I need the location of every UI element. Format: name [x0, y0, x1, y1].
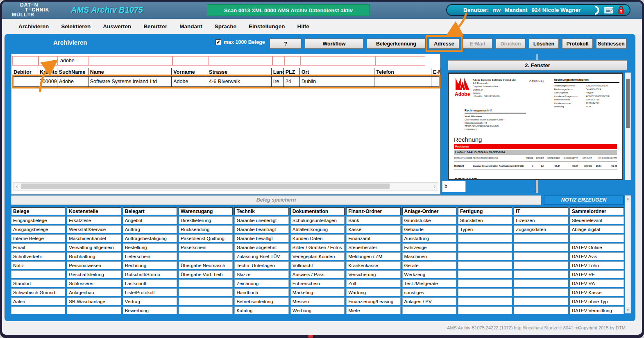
- search-filter-cell-1[interactable]: [39, 56, 58, 66]
- category-cell-ausstattung[interactable]: Ausstattung: [402, 234, 456, 242]
- category-cell-krankenkasse[interactable]: Krankenkasse: [346, 261, 400, 269]
- category-cell-garantie-bewilligt[interactable]: Garantie bewilligt: [234, 234, 288, 242]
- category-cell-abfallentsorgung[interactable]: Abfallentsorgung: [290, 225, 345, 233]
- category-cell-personalwesen[interactable]: Personalwesen: [67, 261, 121, 269]
- phone-icon[interactable]: [594, 6, 600, 15]
- category-cell-lastschrift[interactable]: Lastschrift: [123, 279, 177, 287]
- category-cell-steuerrelevant[interactable]: Steuerrelevant: [570, 216, 624, 224]
- column-header-plz[interactable]: PLZ: [284, 68, 300, 76]
- category-cell-lieferschein[interactable]: Lieferschein: [123, 252, 177, 260]
- category-cell-bewerbung[interactable]: Bewerbung: [123, 306, 177, 314]
- category-cell-maschinen[interactable]: Maschinen: [402, 252, 456, 260]
- category-cell-auftrag[interactable]: Auftrag: [123, 225, 177, 233]
- results-data-row[interactable]: 700009AdobeSoftware Systems Ireland LtdA…: [12, 77, 440, 87]
- menu-item-sprache[interactable]: Sprache: [215, 23, 236, 29]
- category-cell-datev-vermittlung[interactable]: DATEV Vermittlung: [570, 306, 624, 314]
- category-cell-gutschrift-storno[interactable]: Gutschrift/Storno: [123, 270, 177, 278]
- category-cell-garantie-abgelehnt[interactable]: Garantie abgelehnt: [234, 243, 288, 251]
- category-cell-bestellung[interactable]: Bestellung: [123, 243, 177, 251]
- category-cell-anlagen-pv[interactable]: Anlagen / PV: [402, 297, 456, 305]
- toolbar-button-belegerkennung[interactable]: Belegerkennung: [367, 39, 426, 49]
- toolbar-button-workflow[interactable]: Workflow: [305, 39, 363, 49]
- scroll-down-icon[interactable]: ∨: [625, 307, 630, 313]
- category-cell-notiz[interactable]: Notiz: [11, 261, 65, 269]
- category-cell-grundstücke[interactable]: Grundstücke: [402, 216, 456, 224]
- category-cell-skizze[interactable]: Skizze: [234, 270, 288, 278]
- search-filter-cell-3[interactable]: [89, 56, 172, 66]
- category-cell-sb-waschanlage[interactable]: SB-Waschanlage: [67, 297, 121, 305]
- category-cell-direktlieferung[interactable]: Direktlieferung: [179, 216, 233, 224]
- category-cell-schriftverkehr[interactable]: Schriftverkehr: [11, 252, 65, 260]
- toolbar-button-e-mail[interactable]: E-Mail: [463, 39, 492, 49]
- category-cell-kunden-daten[interactable]: Kunden Daten: [290, 234, 345, 242]
- notiz-erzeugen-button[interactable]: NOTIZ ERZEUGEN: [544, 195, 624, 205]
- menu-item-mandant[interactable]: Mandant: [179, 23, 202, 29]
- category-cell-wartung[interactable]: Wartung: [346, 288, 400, 296]
- category-cell-test-mietgeräte[interactable]: Test-/Mietgeräte: [402, 279, 456, 287]
- menu-item-auswerten[interactable]: Auswerten: [103, 23, 131, 29]
- category-cell-standort[interactable]: Standort: [11, 279, 65, 287]
- category-cell-miete[interactable]: Miete: [346, 306, 400, 314]
- beleg-speichern-button[interactable]: Beleg speichern: [11, 195, 541, 205]
- category-cell-datev-ohne-typ[interactable]: DATEV ohne Typ: [570, 297, 624, 305]
- category-cell-email[interactable]: Email: [11, 243, 65, 251]
- column-header-debitor[interactable]: Debitor: [12, 68, 38, 76]
- invoice-scrollbar[interactable]: [625, 73, 631, 180]
- category-cell-sonstiges[interactable]: sonstiges: [402, 288, 456, 296]
- note-edit-icon[interactable]: [604, 7, 613, 14]
- menu-item-selektieren[interactable]: Selektieren: [61, 23, 91, 29]
- category-cell-interne-belege[interactable]: Interne Belege: [11, 234, 65, 242]
- category-cell-werbung[interactable]: Werbung: [290, 306, 345, 314]
- category-cell-buchhaltung[interactable]: Buchhaltung: [67, 252, 121, 260]
- toolbar-button-?[interactable]: ?: [270, 39, 302, 49]
- search-filter-cell-4[interactable]: [172, 56, 208, 66]
- category-cell-werkstatt-service[interactable]: Werkstatt/Service: [67, 225, 121, 233]
- scrollbar-thumb[interactable]: [21, 184, 390, 189]
- column-header-ort[interactable]: Ort: [300, 68, 375, 76]
- second-window-button[interactable]: 2. Fenster: [448, 60, 627, 70]
- category-cell-versicherung[interactable]: Versicherung: [346, 270, 400, 278]
- search-filter-cell-5[interactable]: [208, 56, 272, 66]
- category-cell-katalog[interactable]: Katalog: [234, 306, 288, 314]
- search-filter-cell-8[interactable]: [301, 56, 376, 66]
- toolbar-button-schliessen[interactable]: Schliessen: [596, 39, 626, 49]
- category-cell-bank[interactable]: Bank: [346, 216, 400, 224]
- category-cell-ablage-digital[interactable]: Ablage digital: [570, 225, 624, 233]
- splitter-top[interactable]: [536, 54, 538, 60]
- category-cell-ausgangsbelege[interactable]: Ausgangsbelege: [11, 225, 65, 233]
- category-cell-eingangsbelege[interactable]: Eingangsbelege: [11, 216, 65, 224]
- category-cell-schwäbisch-gmünd[interactable]: Schwäbisch Gmünd: [11, 288, 65, 296]
- category-cell-verwaltung-allgemein[interactable]: Verwaltung allgemein: [67, 243, 121, 251]
- category-scrollbar[interactable]: ∧ ∨: [625, 195, 631, 313]
- category-cell-vertrag[interactable]: Vertrag: [123, 297, 177, 305]
- category-cell-bilder-grafiken-fotos[interactable]: Bilder / Grafiken / Fotos: [290, 243, 345, 251]
- column-header-kreditor[interactable]: Kreditor: [38, 68, 57, 76]
- category-cell-stücklisten[interactable]: Stücklisten: [458, 216, 512, 224]
- category-cell-auftragsbestätigung[interactable]: Auftragsbestätigung: [123, 234, 177, 242]
- category-cell-kasse[interactable]: Kasse: [346, 225, 400, 233]
- search-filter-cell-7[interactable]: [285, 56, 301, 66]
- category-cell-messen[interactable]: Messen: [290, 297, 345, 305]
- splitter-bottom[interactable]: [536, 180, 538, 193]
- search-filter-cell-9[interactable]: [376, 56, 425, 66]
- category-cell-datev-re[interactable]: DATEV RE: [570, 270, 624, 278]
- category-cell-führerschein[interactable]: Führerschein: [290, 279, 345, 287]
- category-cell-anlagenbau[interactable]: Anlagenbau: [67, 288, 121, 296]
- toolbar-button-drucken[interactable]: Drucken: [496, 39, 526, 49]
- category-cell-übergabe-vorf-leih-[interactable]: Übergabe Vorf. Leih.: [179, 270, 233, 278]
- max-belege-checkbox[interactable]: ✔: [215, 39, 221, 45]
- category-cell-verlegeplan-kunden[interactable]: Verlegeplan Kunden: [290, 252, 345, 260]
- scroll-left-icon[interactable]: ‹: [14, 184, 20, 189]
- category-cell-datev-ra[interactable]: DATEV RA: [570, 279, 624, 287]
- category-cell-fahrzeuge[interactable]: Fahrzeuge: [402, 243, 456, 251]
- search-filter-cell-0[interactable]: [12, 56, 39, 66]
- column-header-telefon[interactable]: Telefon: [374, 68, 431, 76]
- category-cell-geräte[interactable]: Geräte: [402, 261, 456, 269]
- column-header-e-m[interactable]: E-M: [431, 68, 440, 76]
- category-cell-finanzierung-leasing[interactable]: Finanzierung/Leasing: [346, 297, 400, 305]
- category-cell-gebäude[interactable]: Gebäude: [402, 225, 456, 233]
- search-filter-cell-6[interactable]: [272, 56, 285, 66]
- scroll-up-icon[interactable]: ∧: [625, 196, 630, 202]
- category-cell-zeichnung[interactable]: Zeichnung: [234, 279, 288, 287]
- toolbar-button-protokoll[interactable]: Protokoll: [562, 39, 593, 49]
